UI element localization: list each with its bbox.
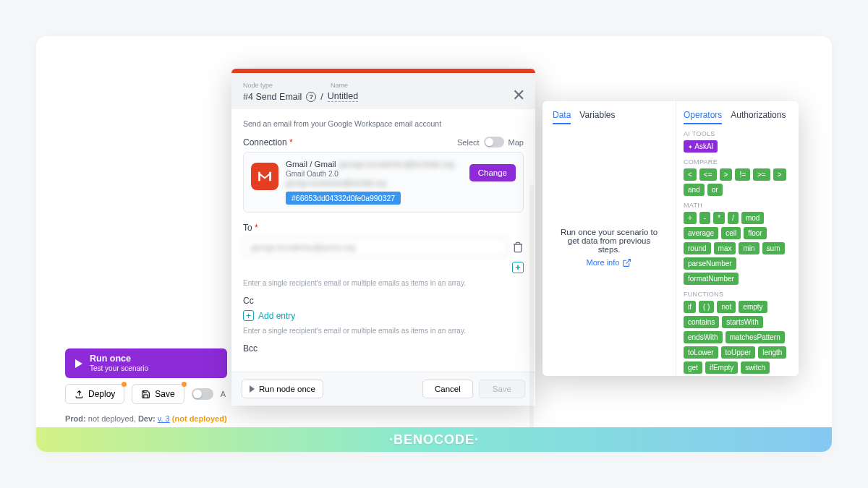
operator-chip[interactable]: * [713, 212, 725, 224]
node-description: Send an email from your Google Workspace… [243, 119, 524, 128]
sect-compare: COMPARE [684, 158, 791, 166]
modal-header: Node type Name #4 Send Email ? / Untitle… [231, 73, 535, 109]
operator-chip[interactable]: parseNumber [684, 257, 736, 270]
operator-chip[interactable]: floor [744, 227, 766, 239]
operator-chip[interactable]: sum [762, 242, 785, 254]
node-name-value[interactable]: Untitled [328, 91, 358, 102]
close-icon[interactable]: ✕ [512, 86, 525, 105]
operator-chip[interactable]: startsWith [722, 316, 762, 328]
toggle-label: A [221, 390, 226, 398]
brand-logo: ·BENOCODE· [389, 432, 479, 448]
delete-recipient-icon[interactable] [512, 241, 524, 253]
label-nodetype: Node type [243, 82, 273, 89]
operator-chip[interactable]: if [684, 301, 696, 313]
tab-data[interactable]: Data [553, 110, 571, 124]
node-type-value: #4 Send Email [243, 92, 302, 102]
version-link[interactable]: v. 3 [158, 414, 170, 423]
operator-chip[interactable]: > [720, 168, 733, 181]
operator-chip[interactable]: ceil [721, 227, 741, 239]
operator-chip[interactable]: max [714, 242, 736, 254]
node-editor-modal: Node type Name #4 Send Email ? / Untitle… [231, 69, 535, 406]
operator-chip[interactable]: formatNumber [684, 273, 739, 285]
operator-chip[interactable]: average [684, 227, 718, 239]
select-map-switch[interactable] [484, 137, 504, 147]
bcc-label: Bcc [243, 343, 524, 354]
operator-chip[interactable]: or [707, 184, 723, 196]
operator-chip[interactable]: not [717, 301, 736, 313]
deploy-dot-icon [122, 382, 127, 387]
tab-operators[interactable]: Operators [684, 110, 722, 124]
save-dot-icon [182, 382, 187, 387]
run-node-once-button[interactable]: Run node once [242, 380, 323, 398]
operator-chip[interactable]: contains [684, 316, 719, 328]
ai-chips: AskAI [684, 140, 791, 153]
operator-chip[interactable]: != [735, 168, 750, 181]
right-tabs: Operators Authorizations [684, 110, 791, 124]
operator-chip[interactable]: ( ) [699, 301, 714, 313]
tab-authorizations[interactable]: Authorizations [731, 110, 786, 124]
operator-chip[interactable]: ifEmpty [705, 361, 738, 374]
auto-toggle[interactable] [192, 388, 213, 400]
deploy-status: Prod: not deployed, Dev: v. 3 (not deplo… [65, 414, 227, 423]
connection-id-tag[interactable]: #66853dd04332d0fe0a990327 [286, 192, 401, 205]
run-once-button[interactable]: Run once Test your scenario [65, 348, 227, 378]
conn-subtype: Gmail Oauth 2.0 [286, 170, 462, 178]
fn-chips: if( )notemptycontainsstartsWithendsWithm… [684, 301, 791, 376]
operator-chip[interactable]: endsWith [684, 331, 723, 343]
run-once-sub: Test your scenario [90, 364, 148, 372]
sect-math: MATH [684, 202, 791, 209]
to-input[interactable]: george.kovalenko@acme.org [243, 237, 508, 257]
sect-fn: FUNCTIONS [684, 291, 791, 298]
operator-chip[interactable]: - [699, 212, 710, 224]
operator-chip[interactable]: >= [753, 168, 770, 181]
connection-card: Gmail / Gmail george.kovalenko@techlab.o… [243, 152, 524, 213]
operator-chip[interactable]: matchesPattern [726, 331, 785, 343]
help-icon[interactable]: ? [306, 92, 316, 102]
cc-hint: Enter a single recipient's email or mult… [243, 327, 524, 335]
empty-data-msg: Run once your scenario to get data from … [557, 228, 661, 254]
operator-chip[interactable]: <= [699, 168, 717, 181]
save-scenario-button[interactable]: Save [132, 384, 184, 404]
operator-chip[interactable]: empty [739, 301, 767, 313]
save-icon [141, 390, 150, 399]
operator-chip[interactable]: < [684, 168, 697, 181]
gmail-icon [251, 163, 278, 190]
operator-chip[interactable]: AskAI [684, 140, 718, 153]
operator-chip[interactable]: switch [741, 361, 770, 374]
bottom-controls: Run once Test your scenario Deploy Save … [65, 348, 227, 423]
compare-chips: <<=>!=>=>andor [684, 168, 791, 196]
select-map-toggle: Select Map [457, 137, 524, 147]
operator-chip[interactable]: get [684, 361, 702, 374]
sect-ai: AI TOOLS [684, 130, 791, 137]
play-icon [75, 359, 82, 368]
play-small-icon [250, 385, 255, 393]
run-once-title: Run once [90, 354, 148, 364]
operator-chip[interactable]: and [684, 184, 705, 196]
conn-title: Gmail / Gmail [286, 160, 336, 168]
tab-variables[interactable]: Variables [579, 110, 615, 124]
cc-label: Cc [243, 296, 524, 306]
footer-brand-bar: ·BENOCODE· [36, 427, 832, 452]
deploy-button[interactable]: Deploy [65, 384, 124, 404]
operator-chip[interactable]: > [773, 168, 786, 181]
plus-icon: + [243, 310, 254, 321]
cancel-button[interactable]: Cancel [422, 380, 473, 398]
operator-chip[interactable]: + [684, 212, 697, 224]
add-recipient-icon[interactable]: + [512, 262, 524, 273]
to-hint: Enter a single recipient's email or mult… [243, 279, 524, 287]
left-tabs: Data Variables [553, 110, 665, 124]
operator-chip[interactable]: min [739, 242, 759, 254]
change-connection-button[interactable]: Change [469, 164, 516, 181]
operator-chip[interactable]: round [684, 242, 711, 254]
more-info-link[interactable]: More info [587, 258, 632, 267]
to-label: To * [243, 223, 258, 233]
scrollbar[interactable] [529, 184, 534, 430]
operator-chip[interactable]: toLower [684, 346, 718, 359]
operator-chip[interactable]: / [728, 212, 739, 224]
operator-chip[interactable]: toUpper [721, 346, 756, 359]
connection-label: Connection * [243, 137, 293, 147]
operator-chip[interactable]: mod [741, 212, 764, 224]
add-cc-entry[interactable]: + Add entry [243, 310, 524, 321]
save-button: Save [479, 380, 525, 398]
operator-chip[interactable]: length [758, 346, 786, 359]
